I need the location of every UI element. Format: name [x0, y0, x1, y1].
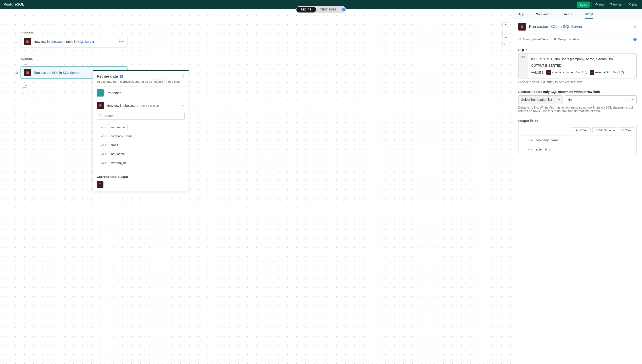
arrow-icon: →	[577, 12, 581, 19]
output-field-name: company_name	[536, 138, 559, 142]
sql-server-icon	[590, 70, 594, 75]
svg-rect-2	[99, 92, 102, 92]
form-area: SQL * ABC INSERTS INTO dbo.Users (compan…	[513, 44, 642, 158]
sql-datapill-external-id[interactable]: external_id Step 1	[589, 69, 622, 76]
output-field-name: external_id	[536, 148, 552, 151]
help-icon[interactable]: ?	[120, 75, 123, 78]
tab-test-jobs[interactable]: TEST JOBS	[316, 7, 340, 12]
svg-rect-3	[99, 93, 102, 93]
side-header-title: Run custom SQL in SQL Server	[529, 24, 630, 29]
tab-connection[interactable]: Connection	[536, 12, 552, 18]
datapill-row: ABC first_name	[97, 123, 184, 132]
datapill-pill: datapill	[153, 80, 165, 84]
sql-editor[interactable]: ABC INSERTS INTO dbo.Users (company_name…	[518, 54, 637, 78]
properties-section[interactable]: Properties ›	[93, 86, 188, 99]
chevron-down-icon	[182, 104, 184, 108]
refresh-button[interactable]: Refresh	[608, 2, 625, 7]
pencil-icon	[595, 128, 597, 132]
undo-button[interactable]	[503, 22, 509, 28]
zoom-out-button[interactable]: −	[503, 34, 509, 40]
output-field-row[interactable]: ABC company_name	[518, 136, 636, 145]
collapse-icon[interactable]	[182, 75, 184, 78]
trigger-step-card[interactable]: New row in dbo.Users table in SQL Server…	[20, 36, 128, 48]
datapill-last-name[interactable]: last_name	[108, 151, 128, 157]
help-icon[interactable]: ?	[342, 8, 346, 11]
tab-setup[interactable]: Setup	[585, 12, 594, 19]
test-button[interactable]: Test	[594, 2, 606, 7]
recipe-data-search	[93, 112, 188, 122]
edit-schema-button[interactable]: Edit Schema	[592, 127, 617, 133]
plus-icon: +	[573, 128, 575, 132]
close-icon	[622, 128, 624, 132]
clear-button[interactable]: Clear	[619, 127, 634, 133]
step-number: 2	[14, 71, 18, 74]
side-tabs: App → Connection → Action → Setup	[513, 9, 642, 19]
close-button[interactable]	[634, 24, 637, 29]
add-field-button[interactable]: + Add Field	[571, 127, 591, 133]
row-limit-value-select[interactable]: No ▾	[565, 96, 637, 104]
workflow-flow: TRIGGER 1 New row in dbo.Users table in …	[0, 9, 513, 104]
datapill-email[interactable]: email	[108, 142, 120, 148]
row-limit-mode-select[interactable]: Select from option list ▾	[518, 96, 563, 104]
step-row: 2 Run custom SQL in SQL Server	[14, 66, 499, 79]
row-limit-help-text: Defaults to No. When Yes, this action im…	[518, 106, 637, 113]
zoom-in-button[interactable]: +	[503, 29, 509, 34]
sql-line: INSERTS INTO dbo.Users (company_name, ex…	[531, 56, 633, 62]
sql-field-label: SQL *	[518, 48, 637, 52]
sql-line: OUTPUT INSERTED.*	[531, 62, 633, 69]
save-button[interactable]: Save	[577, 2, 590, 8]
refresh-label: Refresh	[613, 3, 623, 6]
help-icon[interactable]: ?	[633, 38, 637, 41]
datapill-first-name[interactable]: first_name	[108, 124, 128, 130]
play-icon	[595, 3, 598, 6]
recipe-data-panel: Recipe data ? To use data from a previou…	[92, 70, 189, 191]
tab-recipe[interactable]: RECIPE	[296, 7, 316, 12]
sql-server-icon	[24, 69, 31, 76]
tab-action[interactable]: Action	[564, 12, 573, 18]
sql-server-icon	[518, 23, 526, 30]
recipe-data-title: Recipe data ?	[97, 74, 123, 79]
page-title: PostgreSQL	[4, 2, 24, 6]
close-icon	[628, 3, 631, 6]
tab-app[interactable]: App	[518, 12, 524, 18]
svg-point-6	[520, 39, 520, 40]
sql-line: VALUES(' company_name Step 1 ', ' extern…	[531, 69, 633, 76]
step-menu-button[interactable]: •••	[118, 40, 124, 44]
caret-down-icon: ▾	[632, 98, 634, 102]
properties-icon	[97, 90, 104, 96]
sql-server-icon	[546, 70, 551, 75]
type-badge: ABC	[528, 139, 533, 141]
search-input[interactable]	[97, 112, 184, 120]
sql-content[interactable]: INSERTS INTO dbo.Users (company_name, ex…	[528, 54, 636, 78]
group-map-data-button[interactable]: Group map data	[554, 38, 579, 41]
step-output-section[interactable]: New row in dbo.Users (Step 1 output)	[93, 99, 188, 112]
step-number: 1	[14, 40, 18, 44]
datapill-row: ABC external_id	[97, 158, 184, 168]
type-badge: ABC	[101, 135, 106, 137]
exit-label: Exit	[632, 3, 637, 6]
step-output-label: New row in dbo.Users (Step 1 output)	[106, 104, 179, 108]
workflow-canvas: + − TRIGGER 1 New row in dbo.Users table…	[0, 9, 513, 364]
exit-button[interactable]: Exit	[626, 2, 638, 7]
fit-view-button[interactable]	[503, 41, 509, 46]
svg-rect-4	[99, 94, 102, 94]
connector-arrow	[26, 81, 26, 88]
resize-handle[interactable]: ⋰	[634, 73, 636, 78]
add-step-button[interactable]: +	[22, 88, 30, 94]
properties-label: Properties	[106, 91, 181, 95]
type-badge: ABC	[101, 126, 106, 128]
search-icon	[99, 114, 102, 118]
sql-gutter: ABC	[518, 54, 528, 78]
clear-icon[interactable]	[628, 98, 630, 102]
datapill-company-name[interactable]: company_name	[108, 133, 135, 139]
sql-datapill-company-name[interactable]: company_name Step 1	[546, 69, 585, 76]
sql-server-icon	[24, 38, 31, 45]
arrow-icon: →	[556, 12, 560, 19]
header-actions: Save Test Refresh Exit	[577, 2, 638, 8]
datapill-external-id[interactable]: external_id	[108, 160, 128, 166]
show-optional-fields-button[interactable]: Show optional fields	[518, 38, 548, 41]
row-limit-controls: Select from option list ▾ No ▾	[518, 96, 637, 104]
output-field-row[interactable]: ABC external_id	[518, 145, 636, 154]
step-row: 1 New row in dbo.Users table in SQL Serv…	[14, 36, 499, 48]
step-text: New row in dbo.Users table in SQL Server	[34, 40, 116, 44]
